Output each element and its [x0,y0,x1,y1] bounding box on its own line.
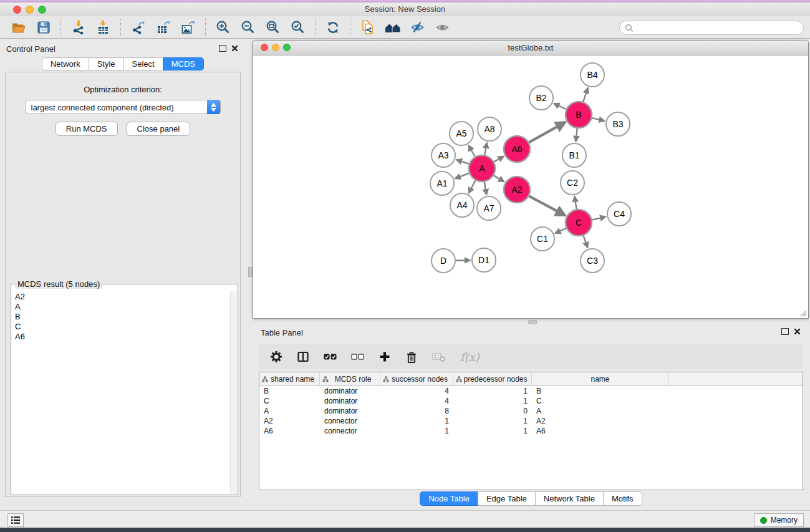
memory-button[interactable]: Memory [754,513,804,527]
float-table-panel-icon[interactable] [781,328,789,335]
table-panel-tabs: Node TableEdge TableNetwork TableMotifs [253,491,809,506]
node-table: shared nameMCDS rolesuccessor nodesprede… [259,372,803,490]
export-network-icon [131,20,146,35]
close-table-panel-icon[interactable] [794,328,801,335]
graph-edge-C-C2[interactable] [574,196,576,210]
zoom-out-button[interactable] [236,17,261,37]
graph-node-label: C1 [537,234,548,244]
float-panel-icon[interactable] [219,45,226,52]
new-network-from-selection-button[interactable] [355,17,380,37]
table-cell: 0 [453,406,532,416]
table-row[interactable]: A6connector11A6 [259,426,803,436]
graph-edge-A-A5[interactable] [468,145,475,157]
select-all-button[interactable] [324,351,337,362]
tab-network-table[interactable]: Network Table [535,491,604,506]
first-neighbors-button[interactable] [380,17,405,37]
close-panel-button[interactable]: Close panel [127,122,191,136]
status-bar: Memory [0,510,810,528]
add-column-button[interactable] [378,351,391,363]
table-row[interactable]: Adominator80A [259,406,803,416]
import-table-button[interactable] [91,17,116,37]
table-row[interactable]: Bdominator41B [259,386,803,396]
zoom-in-button[interactable] [211,17,236,37]
graph-node-label: A7 [483,203,494,213]
open-session-button[interactable] [6,17,31,37]
zoom-selected-button[interactable] [286,17,311,37]
mcds-result-item[interactable]: C [12,322,230,332]
table-row[interactable]: A2connector11A2 [259,416,803,426]
table-row[interactable]: Cdominator41C [259,396,803,406]
graph-edge-C-C1[interactable] [555,228,566,233]
network-view-window: testGlobe.txt B4B2BB3B1A5A8A3A6AA1A4A7A2… [253,40,809,319]
import-network-icon [71,20,86,35]
column-header-shared-name[interactable]: shared name [259,372,320,385]
tab-mcds[interactable]: MCDS [163,57,204,70]
column-type-icon [322,376,329,382]
export-table-icon [156,20,171,35]
function-builder-button[interactable]: f(x) [460,351,480,364]
hide-selected-button[interactable] [405,17,430,37]
show-all-button[interactable] [430,17,455,37]
export-table-button[interactable] [151,17,176,37]
graph-edge-A-A4[interactable] [469,180,476,193]
table-panel: Table Panel [253,323,809,509]
tab-network[interactable]: Network [42,57,89,70]
optimization-criterion-select[interactable]: largest connected component (directed) [26,100,221,114]
graph-edge-A-A8[interactable] [485,143,487,155]
close-panel-icon[interactable] [231,45,238,52]
export-network-button[interactable] [126,17,151,37]
table-cell: 8 [380,406,453,416]
graph-edge-A-A3[interactable] [456,160,469,164]
import-network-button[interactable] [66,17,91,37]
control-panel-title: Control Panel [6,44,55,54]
mcds-result-item[interactable]: B [12,312,230,322]
delete-column-button[interactable] [405,351,418,364]
export-image-button[interactable] [176,17,201,37]
graph-node-label: C2 [567,178,578,188]
table-settings-button[interactable] [270,351,282,363]
search-input[interactable] [637,22,795,33]
column-header-predecessor-nodes[interactable]: predecessor nodes [453,372,532,385]
graph-edge-B-B2[interactable] [554,104,566,109]
column-view-button[interactable] [297,351,309,363]
column-header-MCDS-role[interactable]: MCDS role [320,372,380,385]
tab-motifs[interactable]: Motifs [603,491,642,506]
mcds-result-item[interactable]: A6 [12,332,230,342]
graph-edge-B-B3[interactable] [592,118,604,121]
graph-edge-B-B4[interactable] [583,88,588,102]
zoom-fit-button[interactable] [261,17,286,37]
mcds-result-scrollbar[interactable] [230,291,237,494]
column-header-name[interactable]: name [532,372,669,385]
graph-edge-A-A6[interactable] [494,157,504,162]
graph-edge-A-A2[interactable] [494,175,504,181]
graph-node-label: B3 [612,119,623,129]
unselect-all-button[interactable] [351,351,364,362]
graph-edge-A-A1[interactable] [455,173,470,179]
graph-edge-A-A7[interactable] [485,182,487,195]
column-header-successor-nodes[interactable]: successor nodes [380,372,453,385]
graph-edge-C-C4[interactable] [592,217,606,220]
graph-edge-C-C3[interactable] [584,236,588,248]
open-folder-icon [11,20,27,35]
window-resize-grip[interactable] [798,308,807,317]
run-mcds-button[interactable]: Run MCDS [55,122,118,136]
export-image-icon [181,20,196,35]
tab-node-table[interactable]: Node Table [420,491,478,506]
graph-edge-A6-B[interactable] [529,122,566,143]
mcds-result-item[interactable]: A [12,302,230,312]
task-history-button[interactable] [7,513,24,527]
tab-edge-table[interactable]: Edge Table [478,491,536,506]
network-canvas[interactable]: B4B2BB3B1A5A8A3A6AA1A4A7A2C2CC4C1C3DD1 [253,56,808,318]
tab-style[interactable]: Style [89,57,124,70]
graph-edge-B-B1[interactable] [576,128,577,142]
refresh-button[interactable] [321,17,345,37]
save-session-button[interactable] [31,17,56,37]
graph-edge-A2-C[interactable] [529,196,565,215]
graph-node-label: D [440,256,446,266]
graph-node-label: A8 [484,124,494,134]
tab-select[interactable]: Select [123,57,163,70]
graph-node-label: A6 [511,144,522,154]
delete-table-button[interactable] [432,351,446,362]
eye-slash-icon [410,20,425,35]
mcds-result-item[interactable]: A2 [12,292,230,302]
